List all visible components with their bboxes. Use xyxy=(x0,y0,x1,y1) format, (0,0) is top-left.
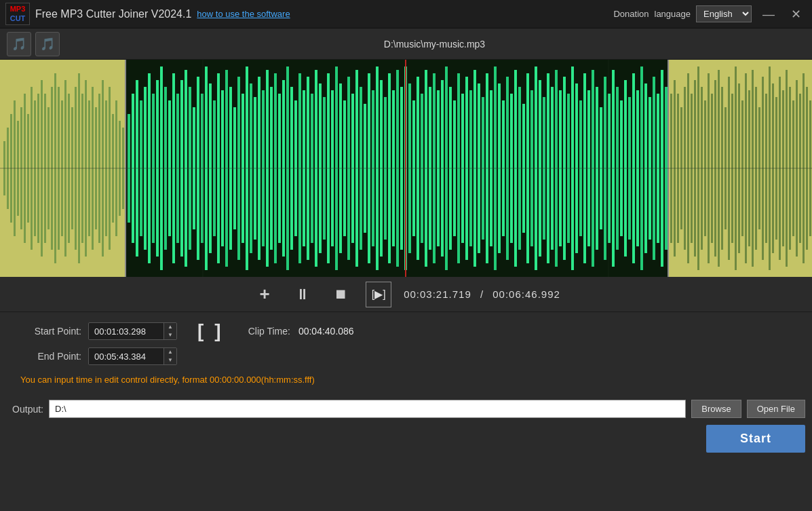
bracket-close-button[interactable]: ] xyxy=(214,322,220,341)
start-point-label: Start Point: xyxy=(20,326,81,337)
app-title: Free MP3 Cutter Joiner V2024.1 xyxy=(35,8,191,20)
output-label: Output: xyxy=(7,404,43,415)
output-path-input[interactable] xyxy=(49,400,686,418)
add-button[interactable]: + xyxy=(252,282,277,307)
transport-controls: + ⏸ ⏹ [▶] 00:03:21.719 / 00:06:46.992 xyxy=(0,277,812,312)
end-point-spinner: ▲ ▼ xyxy=(163,348,176,364)
edit-area: Start Point: ▲ ▼ [ ] Clip Time: 00:04:40… xyxy=(0,312,812,397)
end-point-input-wrapper: ▲ ▼ xyxy=(88,347,177,365)
clip-time-value: 00:04:40.086 xyxy=(298,326,354,337)
bracket-open-button[interactable]: [ xyxy=(197,322,204,341)
start-row: Start xyxy=(0,418,812,453)
time-separator: / xyxy=(480,288,484,300)
end-point-label: End Point: xyxy=(20,351,81,362)
pause-button[interactable]: ⏸ xyxy=(290,282,315,307)
start-point-row: Start Point: ▲ ▼ [ ] Clip Time: 00:04:40… xyxy=(20,322,792,341)
time-display: 00:03:21.719 / 00:06:46.992 xyxy=(404,288,560,300)
start-point-input-wrapper: ▲ ▼ xyxy=(88,322,177,340)
play-end-button[interactable]: [▶] xyxy=(366,282,391,307)
open-file-icon[interactable]: 🎵 xyxy=(7,32,31,56)
start-button[interactable]: Start xyxy=(706,425,805,453)
browse-button[interactable]: Browse xyxy=(691,400,741,418)
total-time: 00:06:46.992 xyxy=(492,288,560,300)
how-to-link[interactable]: how to use the software xyxy=(197,9,290,19)
toolbar: 🎵 🎵 D:\music\my-music.mp3 xyxy=(0,29,812,60)
bracket-buttons: [ ] xyxy=(197,322,221,341)
donation-link[interactable]: Donation xyxy=(613,9,649,19)
clip-time-label: Clip Time: xyxy=(248,326,290,337)
end-point-row: End Point: ▲ ▼ xyxy=(20,347,792,365)
close-button[interactable]: ✕ xyxy=(786,7,807,22)
waveform-container[interactable]: /* waveform bars left zone */ xyxy=(0,60,812,277)
end-point-down[interactable]: ▼ xyxy=(164,356,176,364)
open-file-button[interactable]: Open File xyxy=(747,400,805,418)
app-logo: MP3 CUT xyxy=(5,3,30,24)
output-row: Output: Browse Open File xyxy=(0,400,812,418)
language-label: language xyxy=(655,9,691,19)
title-bar: MP3 CUT Free MP3 Cutter Joiner V2024.1 h… xyxy=(0,0,812,29)
waveform-svg: /* waveform bars left zone */ xyxy=(0,60,812,277)
start-point-down[interactable]: ▼ xyxy=(164,331,176,339)
hint-text: You can input time in edit control direc… xyxy=(20,372,792,390)
end-point-up[interactable]: ▲ xyxy=(164,348,176,356)
file-path: D:\music\my-music.mp3 xyxy=(64,39,805,50)
current-time: 00:03:21.719 xyxy=(404,288,471,300)
music-icon[interactable]: 🎵 xyxy=(35,32,60,56)
start-point-up[interactable]: ▲ xyxy=(164,323,176,331)
stop-button[interactable]: ⏹ xyxy=(328,282,353,307)
minimize-button[interactable]: — xyxy=(757,7,780,22)
start-point-spinner: ▲ ▼ xyxy=(163,323,176,339)
end-point-input[interactable] xyxy=(89,349,163,364)
clip-info: Clip Time: 00:04:40.086 xyxy=(248,326,354,337)
start-point-input[interactable] xyxy=(89,324,163,339)
language-select[interactable]: English Chinese Spanish French German xyxy=(696,5,752,22)
